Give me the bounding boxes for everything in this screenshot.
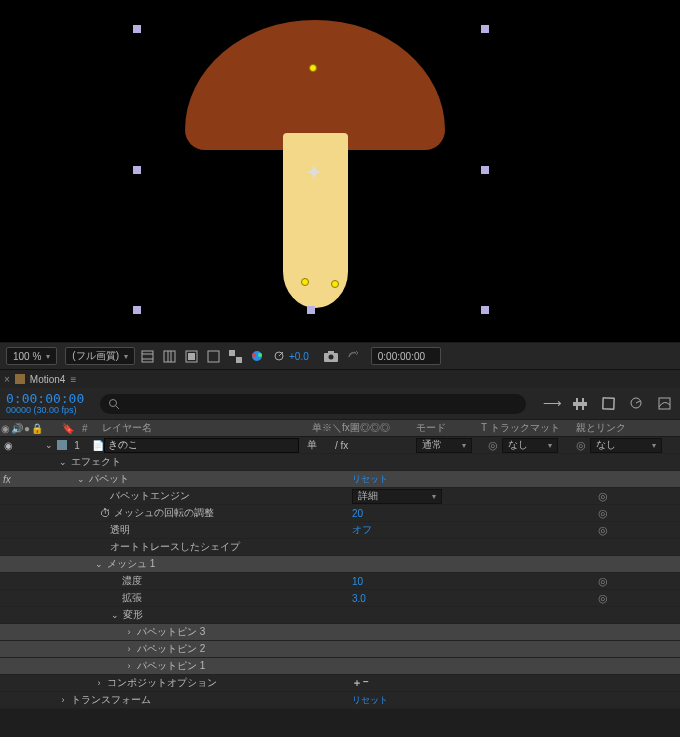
bbox-handle-br[interactable] — [481, 306, 489, 314]
density-value[interactable]: 10 — [352, 576, 363, 587]
layer-name-input[interactable] — [104, 438, 299, 453]
mesh1-row[interactable]: ⌄メッシュ 1 — [0, 556, 680, 573]
svg-rect-5 — [229, 350, 235, 356]
pin3-label: パペットピン 3 — [137, 625, 205, 639]
channel-icon[interactable] — [203, 347, 223, 365]
quality-switch[interactable]: 单 — [307, 438, 317, 452]
composition-viewer[interactable] — [0, 0, 680, 342]
density-row: 濃度10◎ — [0, 573, 680, 590]
engine-dropdown[interactable]: 詳細▾ — [352, 489, 442, 504]
twisty[interactable]: › — [124, 661, 134, 671]
svg-point-8 — [252, 353, 256, 357]
anchor-point-icon[interactable] — [307, 165, 321, 179]
puppet-reset[interactable]: リセット — [352, 473, 388, 486]
zoom-dropdown[interactable]: 100 %▾ — [6, 347, 57, 365]
composite-options-row[interactable]: ›コンポジットオプション＋− — [0, 675, 680, 692]
twisty[interactable]: ⌄ — [94, 559, 104, 569]
exposure-icon[interactable] — [269, 347, 289, 365]
snapshot-icon[interactable] — [321, 347, 341, 365]
tab-menu-icon[interactable]: ≡ — [70, 374, 76, 385]
bbox-handle-tl[interactable] — [133, 25, 141, 33]
bbox-handle-bm[interactable] — [307, 306, 315, 314]
pin-row-2[interactable]: ›パペットピン 2 — [0, 641, 680, 658]
expansion-row: 拡張3.0◎ — [0, 590, 680, 607]
twisty[interactable]: › — [124, 627, 134, 637]
svg-rect-1 — [164, 351, 175, 362]
svg-rect-19 — [602, 398, 614, 410]
pin-row-3[interactable]: ›パペットピン 3 — [0, 624, 680, 641]
preview-time-label: 0:00:00:00 — [378, 351, 425, 362]
bbox-handle-bl[interactable] — [133, 306, 141, 314]
comp-icon — [15, 374, 25, 384]
col-mode: モード — [416, 421, 446, 435]
rotation-value[interactable]: 20 — [352, 508, 363, 519]
graph-editor-icon[interactable] — [654, 395, 674, 413]
bbox-handle-tr[interactable] — [481, 25, 489, 33]
blend-mode-dropdown[interactable]: 通常▾ — [416, 438, 472, 453]
motion-blur-icon[interactable] — [626, 395, 646, 413]
frame-blend-icon[interactable] — [598, 395, 618, 413]
show-snapshot-icon[interactable] — [343, 347, 363, 365]
twisty[interactable]: ⌄ — [76, 474, 86, 484]
twisty[interactable]: ⌄ — [58, 457, 68, 467]
transparency-icon[interactable] — [225, 347, 245, 365]
effects-group-row[interactable]: ⌄エフェクト — [0, 454, 680, 471]
deform-label: 変形 — [123, 608, 143, 622]
puppet-pin-3[interactable] — [309, 64, 317, 72]
audio-column-icon: 🔊 — [11, 423, 23, 434]
pickwhip-icon[interactable]: ◎ — [598, 592, 608, 605]
close-tab-icon[interactable]: × — [4, 374, 10, 385]
parent-dropdown[interactable]: なし▾ — [590, 438, 662, 453]
puppet-pin-1[interactable] — [331, 280, 339, 288]
viewer-toolbar: 100 %▾ (フル画質)▾ +0.0 0:00:00:00 — [0, 342, 680, 370]
pickwhip-matte-icon[interactable]: ◎ — [488, 439, 498, 452]
svg-rect-6 — [236, 357, 242, 363]
pickwhip-icon[interactable]: ◎ — [598, 524, 608, 537]
twisty[interactable]: › — [58, 695, 68, 705]
pickwhip-parent-icon[interactable]: ◎ — [576, 439, 586, 452]
preview-time[interactable]: 0:00:00:00 — [371, 347, 441, 365]
bbox-handle-mr[interactable] — [481, 166, 489, 174]
bbox-handle-ml[interactable] — [133, 166, 141, 174]
transparent-value[interactable]: オフ — [352, 523, 372, 537]
svg-point-14 — [110, 399, 117, 406]
shy-icon[interactable]: ⟶ — [542, 395, 562, 413]
col-num: # — [82, 423, 88, 434]
mushroom-layer[interactable] — [185, 20, 445, 150]
pickwhip-icon[interactable]: ◎ — [598, 490, 608, 503]
grid-icon[interactable] — [137, 347, 157, 365]
timeline-tab-label[interactable]: Motion4 — [30, 374, 66, 385]
fx-switch[interactable]: / fx — [335, 440, 348, 451]
pickwhip-icon[interactable]: ◎ — [598, 507, 608, 520]
guides-icon[interactable] — [159, 347, 179, 365]
visibility-toggle[interactable]: ◉ — [4, 440, 13, 451]
stopwatch-icon[interactable]: ⏱ — [100, 507, 111, 519]
layer-row[interactable]: ◉ ⌄ 1 📄 单 / fx 通常▾ ◎ なし▾ ◎ なし▾ — [0, 437, 680, 454]
layer-search-input[interactable] — [100, 394, 526, 414]
lock-column-icon: 🔒 — [31, 423, 43, 434]
twisty[interactable]: › — [124, 644, 134, 654]
quality-dropdown[interactable]: (フル画質)▾ — [65, 347, 135, 365]
pin-row-1[interactable]: ›パペットピン 1 — [0, 658, 680, 675]
transparent-label: 透明 — [110, 523, 130, 537]
transform-row[interactable]: ›トランスフォームリセット — [0, 692, 680, 709]
transform-reset[interactable]: リセット — [352, 694, 388, 707]
color-icon[interactable] — [247, 347, 267, 365]
layer-color-swatch[interactable] — [57, 440, 67, 450]
puppet-pin-2[interactable] — [301, 278, 309, 286]
composite-add-button[interactable]: ＋ — [352, 676, 362, 690]
mesh-rotation-row: ⏱メッシュの回転の調整20◎ — [0, 505, 680, 522]
layer-twisty[interactable]: ⌄ — [44, 440, 54, 450]
puppet-effect-row[interactable]: fx ⌄パペット リセット — [0, 471, 680, 488]
layer-switches-icon[interactable] — [570, 395, 590, 413]
deform-row[interactable]: ⌄変形 — [0, 607, 680, 624]
twisty[interactable]: ⌄ — [110, 610, 120, 620]
twisty[interactable]: › — [94, 678, 104, 688]
mask-icon[interactable] — [181, 347, 201, 365]
composite-remove-button[interactable]: − — [363, 676, 369, 690]
track-matte-dropdown[interactable]: なし▾ — [502, 438, 558, 453]
pickwhip-icon[interactable]: ◎ — [598, 575, 608, 588]
expansion-value[interactable]: 3.0 — [352, 593, 366, 604]
current-time[interactable]: 0:00:00:00 — [6, 392, 84, 406]
exposure-value[interactable]: +0.0 — [289, 351, 309, 362]
